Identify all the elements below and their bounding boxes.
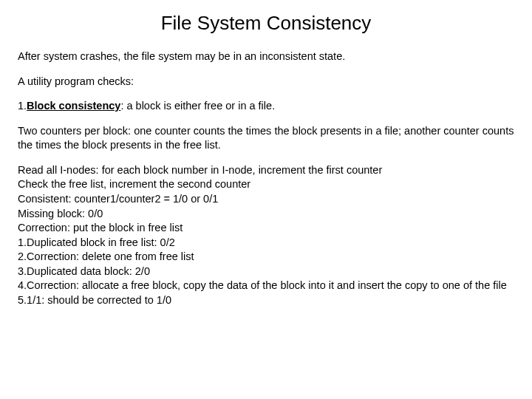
line-item: Missing block: 0/0 (18, 207, 514, 222)
slide-title: File System Consistency (77, 12, 455, 35)
line-item: Read all I-nodes: for each block number … (18, 163, 514, 178)
paragraph-counters: Two counters per block: one counter coun… (18, 124, 514, 153)
line-item: Consistent: counter1/counter2 = 1/0 or 0… (18, 192, 514, 207)
item-number: 1. (18, 100, 27, 112)
line-item: 2.Correction: delete one from free list (18, 250, 514, 265)
line-item: 3.Duplicated data block: 2/0 (18, 265, 514, 279)
block-consistency-label: Block consistency (27, 100, 120, 112)
lines-block: Read all I-nodes: for each block number … (18, 163, 514, 308)
line-item: Correction: put the block in free list (18, 221, 514, 236)
line-item: 5.1/1: should be corrected to 1/0 (18, 293, 514, 308)
paragraph-block-consistency: 1.Block consistency: a block is either f… (18, 99, 514, 114)
paragraph-checks: A utility program checks: (18, 75, 514, 89)
line-item: Check the free list, increment the secon… (18, 177, 514, 192)
line-item: 4.Correction: allocate a free block, cop… (18, 279, 514, 293)
block-consistency-desc: : a block is either free or in a file. (120, 100, 275, 112)
line-item: 1.Duplicated block in free list: 0/2 (18, 236, 514, 250)
paragraph-intro: After system crashes, the file system ma… (18, 50, 514, 64)
